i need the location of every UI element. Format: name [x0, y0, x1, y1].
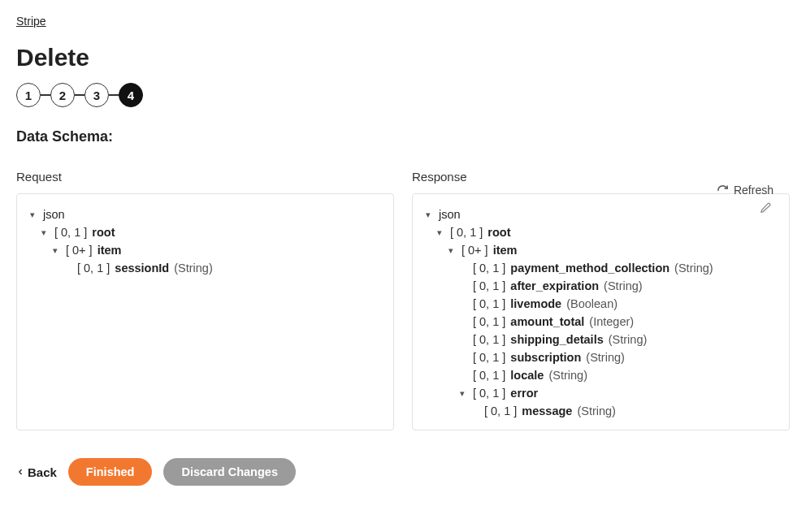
cardinality: [ 0, 1 ] [473, 262, 505, 275]
field-name: error [510, 387, 538, 400]
response-node[interactable]: ▾[ 0, 1 ] subscription (String) [421, 348, 781, 366]
request-tree: ▾json▾[ 0, 1 ] root▾[ 0+ ] item▾[ 0, 1 ]… [25, 205, 385, 277]
step-1[interactable]: 1 [16, 83, 41, 107]
field-type: (String) [577, 404, 616, 417]
cardinality: [ 0, 1 ] [473, 297, 505, 310]
section-heading: Data Schema: [16, 128, 790, 145]
step-connector [109, 94, 119, 96]
field-name: shipping_details [510, 333, 603, 346]
field-name: subscription [510, 351, 581, 364]
field-name: item [493, 244, 518, 257]
field-name: amount_total [510, 315, 584, 328]
cardinality: [ 0+ ] [462, 244, 488, 257]
cardinality: [ 0+ ] [66, 244, 93, 257]
field-type: (String) [174, 262, 213, 275]
field-type: (String) [604, 279, 643, 292]
cardinality: [ 0, 1 ] [473, 333, 505, 346]
chevron-down-icon[interactable]: ▾ [38, 227, 50, 238]
response-node[interactable]: ▾[ 0, 1 ] error [421, 384, 781, 402]
response-node[interactable]: ▾[ 0, 1 ] message (String) [421, 402, 781, 420]
field-name: json [439, 208, 461, 221]
cardinality: [ 0, 1 ] [484, 404, 517, 417]
response-panel: ▾json▾[ 0, 1 ] root▾[ 0+ ] item▾[ 0, 1 ]… [412, 193, 790, 430]
response-node[interactable]: ▾[ 0, 1 ] livemode (Boolean) [421, 295, 781, 313]
field-name: sessionId [115, 262, 169, 275]
refresh-button[interactable]: Refresh [717, 184, 774, 197]
chevron-down-icon[interactable]: ▾ [457, 388, 468, 399]
field-type: (String) [548, 369, 587, 382]
cardinality: [ 0, 1 ] [473, 387, 505, 400]
field-name: root [92, 226, 115, 239]
request-header: Request [16, 170, 394, 188]
back-button[interactable]: Back [16, 465, 57, 479]
field-name: root [488, 226, 510, 239]
step-indicator: 1234 [16, 83, 790, 107]
back-label: Back [28, 465, 57, 479]
refresh-label: Refresh [734, 184, 774, 197]
cardinality: [ 0, 1 ] [450, 226, 483, 239]
response-tree: ▾json▾[ 0, 1 ] root▾[ 0+ ] item▾[ 0, 1 ]… [421, 205, 781, 420]
step-2[interactable]: 2 [50, 83, 75, 107]
cardinality: [ 0, 1 ] [473, 315, 505, 328]
step-connector [75, 94, 84, 96]
field-name: locale [510, 369, 544, 382]
field-type: (Boolean) [566, 297, 618, 310]
breadcrumb: Stripe [16, 15, 790, 28]
cardinality: [ 0, 1 ] [473, 369, 505, 382]
cardinality: [ 0, 1 ] [473, 279, 505, 292]
field-name: after_expiration [510, 279, 599, 292]
pencil-icon [760, 201, 772, 214]
response-node[interactable]: ▾[ 0, 1 ] locale (String) [421, 366, 781, 384]
request-node[interactable]: ▾[ 0, 1 ] sessionId (String) [25, 259, 385, 277]
response-node[interactable]: ▾[ 0, 1 ] amount_total (Integer) [421, 313, 781, 331]
cardinality: [ 0, 1 ] [54, 226, 87, 239]
request-node[interactable]: ▾[ 0, 1 ] root [25, 223, 385, 241]
response-node[interactable]: ▾[ 0, 1 ] payment_method_collection (Str… [421, 259, 781, 277]
field-name: json [43, 208, 65, 221]
field-type: (Integer) [589, 315, 634, 328]
cardinality: [ 0, 1 ] [77, 262, 110, 275]
field-type: (String) [586, 351, 625, 364]
discard-button[interactable]: Discard Changes [163, 458, 295, 486]
request-node[interactable]: ▾[ 0+ ] item [25, 241, 385, 259]
breadcrumb-link[interactable]: Stripe [16, 15, 46, 28]
step-3[interactable]: 3 [84, 83, 109, 107]
chevron-down-icon[interactable]: ▾ [50, 245, 61, 256]
chevron-down-icon[interactable]: ▾ [434, 227, 445, 238]
request-panel: ▾json▾[ 0, 1 ] root▾[ 0+ ] item▾[ 0, 1 ]… [16, 193, 394, 430]
request-node[interactable]: ▾json [25, 205, 385, 223]
response-node[interactable]: ▾[ 0, 1 ] shipping_details (String) [421, 331, 781, 348]
step-4[interactable]: 4 [119, 83, 143, 107]
page-title: Delete [16, 44, 790, 71]
response-node[interactable]: ▾[ 0+ ] item [421, 241, 781, 259]
chevron-down-icon[interactable]: ▾ [422, 210, 434, 220]
chevron-down-icon[interactable]: ▾ [27, 210, 38, 220]
step-connector [41, 94, 50, 96]
field-name: item [98, 244, 122, 257]
field-name: message [522, 404, 572, 417]
field-type: (String) [609, 333, 648, 346]
field-name: payment_method_collection [510, 262, 670, 275]
finished-button[interactable]: Finished [68, 458, 153, 486]
edit-button[interactable] [760, 201, 774, 214]
chevron-left-icon [16, 467, 24, 477]
field-name: livemode [510, 297, 561, 310]
refresh-icon [717, 184, 729, 197]
chevron-down-icon[interactable]: ▾ [445, 245, 457, 256]
response-node[interactable]: ▾[ 0, 1 ] root [421, 223, 781, 241]
cardinality: [ 0, 1 ] [473, 351, 505, 364]
field-type: (String) [674, 262, 713, 275]
response-node[interactable]: ▾[ 0, 1 ] after_expiration (String) [421, 277, 781, 295]
